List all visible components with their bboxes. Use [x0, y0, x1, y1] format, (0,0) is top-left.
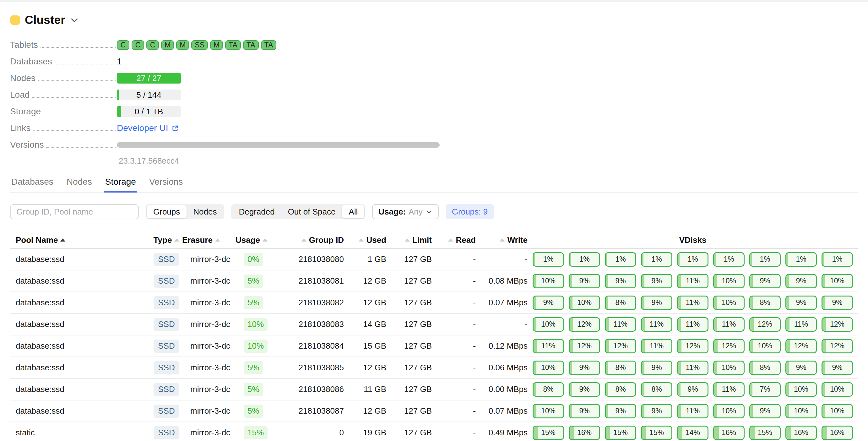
vdisk-badge[interactable]: 16% — [569, 426, 600, 440]
vdisk-badge[interactable]: 1% — [569, 252, 600, 267]
vdisk-badge[interactable]: 9% — [641, 360, 672, 375]
tablet-type-badge[interactable]: C — [146, 40, 159, 50]
vdisk-badge[interactable]: 12% — [822, 339, 853, 353]
vdisk-badge[interactable]: 11% — [677, 317, 709, 332]
vdisk-badge[interactable]: 11% — [677, 274, 709, 288]
vdisk-badge[interactable]: 9% — [677, 382, 709, 397]
vdisk-badge[interactable]: 10% — [533, 274, 564, 288]
vdisk-badge[interactable]: 9% — [569, 274, 600, 288]
vdisk-badge[interactable]: 15% — [605, 426, 636, 440]
vdisk-badge[interactable]: 1% — [641, 252, 672, 267]
vdisk-badge[interactable]: 9% — [641, 404, 672, 418]
column-header-group_id[interactable]: Group ID — [270, 232, 344, 248]
column-header-write[interactable]: Write — [476, 232, 528, 248]
tablet-type-badge[interactable]: TA — [243, 40, 259, 50]
vdisk-badge[interactable]: 11% — [605, 317, 636, 332]
vdisk-badge[interactable]: 10% — [569, 295, 600, 310]
vdisk-badge[interactable]: 10% — [822, 274, 853, 288]
vdisk-badge[interactable]: 10% — [749, 339, 781, 353]
vdisk-badge[interactable]: 9% — [569, 404, 600, 418]
vdisk-badge[interactable]: 10% — [822, 382, 853, 397]
tablet-type-badge[interactable]: SS — [191, 40, 208, 50]
entity-option-groups[interactable]: Groups — [147, 205, 187, 218]
vdisk-badge[interactable]: 9% — [569, 360, 600, 375]
vdisk-badge[interactable]: 8% — [605, 382, 636, 397]
chevron-down-icon[interactable] — [70, 15, 79, 25]
search-input[interactable] — [10, 204, 139, 219]
vdisk-badge[interactable]: 12% — [713, 339, 745, 353]
vdisk-badge[interactable]: 9% — [605, 274, 636, 288]
entity-option-nodes[interactable]: Nodes — [187, 205, 223, 218]
vdisk-badge[interactable]: 9% — [785, 360, 817, 375]
vdisk-badge[interactable]: 10% — [713, 404, 745, 418]
vdisk-badge[interactable]: 11% — [785, 317, 817, 332]
vdisk-badge[interactable]: 8% — [641, 382, 672, 397]
vdisk-badge[interactable]: 10% — [785, 382, 817, 397]
vdisk-badge[interactable]: 8% — [749, 295, 781, 310]
vdisk-badge[interactable]: 11% — [641, 339, 672, 353]
column-header-erasure[interactable]: Erasure — [182, 232, 236, 248]
usage-filter-select[interactable]: Usage: Any — [372, 204, 439, 219]
vdisk-badge[interactable]: 11% — [677, 360, 709, 375]
vdisk-badge[interactable]: 15% — [641, 426, 672, 440]
vdisk-badge[interactable]: 11% — [677, 404, 709, 418]
vdisk-badge[interactable]: 8% — [749, 360, 781, 375]
vdisk-badge[interactable]: 8% — [605, 360, 636, 375]
tablet-type-badge[interactable]: M — [210, 40, 223, 50]
tablet-type-badge[interactable]: TA — [261, 40, 277, 50]
vdisk-badge[interactable]: 12% — [569, 317, 600, 332]
vdisk-badge[interactable]: 9% — [785, 274, 817, 288]
tablet-type-badge[interactable]: C — [117, 40, 129, 50]
vdisk-badge[interactable]: 10% — [533, 360, 564, 375]
column-header-usage[interactable]: Usage — [236, 232, 270, 248]
health-option-degraded[interactable]: Degraded — [232, 205, 281, 218]
health-option-out-of-space[interactable]: Out of Space — [281, 205, 342, 218]
tablet-type-badge[interactable]: M — [161, 40, 174, 50]
vdisk-badge[interactable]: 14% — [677, 426, 709, 440]
vdisk-badge[interactable]: 16% — [822, 426, 853, 440]
vdisk-badge[interactable]: 1% — [713, 252, 745, 267]
vdisk-badge[interactable]: 9% — [641, 295, 672, 310]
vdisk-badge[interactable]: 10% — [713, 360, 745, 375]
vdisk-badge[interactable]: 9% — [749, 404, 781, 418]
vdisk-badge[interactable]: 12% — [822, 317, 853, 332]
vdisk-badge[interactable]: 12% — [569, 339, 600, 353]
tab-versions[interactable]: Versions — [148, 177, 184, 192]
column-header-limit[interactable]: Limit — [386, 232, 432, 248]
vdisk-badge[interactable]: 8% — [533, 382, 564, 397]
column-header-read[interactable]: Read — [432, 232, 476, 248]
vdisk-badge[interactable]: 7% — [749, 382, 781, 397]
column-header-used[interactable]: Used — [344, 232, 386, 248]
vdisk-badge[interactable]: 12% — [605, 339, 636, 353]
vdisk-badge[interactable]: 12% — [677, 339, 709, 353]
vdisk-badge[interactable]: 15% — [533, 426, 564, 440]
vdisk-badge[interactable]: 11% — [713, 382, 745, 397]
vdisk-badge[interactable]: 9% — [822, 360, 853, 375]
vdisk-badge[interactable]: 10% — [533, 317, 564, 332]
vdisk-badge[interactable]: 10% — [822, 404, 853, 418]
vdisk-badge[interactable]: 10% — [713, 295, 745, 310]
vdisk-badge[interactable]: 9% — [822, 295, 853, 310]
tab-databases[interactable]: Databases — [10, 177, 55, 192]
vdisk-badge[interactable]: 10% — [533, 404, 564, 418]
vdisk-badge[interactable]: 1% — [533, 252, 564, 267]
vdisk-badge[interactable]: 8% — [605, 295, 636, 310]
vdisk-badge[interactable]: 10% — [785, 404, 817, 418]
column-header-type[interactable]: Type — [151, 232, 182, 248]
vdisk-badge[interactable]: 11% — [713, 317, 745, 332]
vdisk-badge[interactable]: 1% — [749, 252, 781, 267]
tablet-type-badge[interactable]: TA — [225, 40, 241, 50]
vdisk-badge[interactable]: 1% — [822, 252, 853, 267]
tab-nodes[interactable]: Nodes — [65, 177, 93, 192]
vdisk-badge[interactable]: 11% — [677, 295, 709, 310]
vdisk-badge[interactable]: 15% — [749, 426, 781, 440]
vdisk-badge[interactable]: 1% — [677, 252, 709, 267]
tab-storage[interactable]: Storage — [104, 177, 137, 192]
vdisk-badge[interactable]: 11% — [533, 339, 564, 353]
developer-ui-link[interactable]: Developer UI — [117, 123, 179, 133]
vdisk-badge[interactable]: 10% — [713, 274, 745, 288]
vdisk-badge[interactable]: 1% — [785, 252, 817, 267]
vdisk-badge[interactable]: 9% — [785, 295, 817, 310]
vdisk-badge[interactable]: 9% — [749, 274, 781, 288]
vdisk-badge[interactable]: 12% — [785, 339, 817, 353]
